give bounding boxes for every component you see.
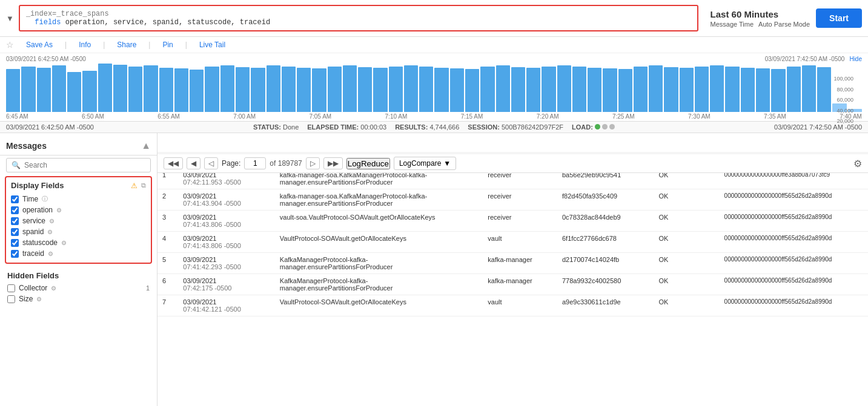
table-row[interactable]: 7 03/09/202107:41:42.121 -0500 VaultProt… [157,295,868,316]
start-button[interactable]: Start [816,8,862,28]
chart-bar[interactable] [113,65,127,112]
field-checkbox-collector[interactable] [7,284,15,292]
chart-bar[interactable] [220,65,234,112]
page-first-button[interactable]: ◀◀ [164,157,183,169]
table-row[interactable]: 4 03/09/202107:41:43.806 -0500 VaultProt… [157,232,868,253]
page-last-button[interactable]: ▶▶ [323,157,343,169]
field-checkbox-size[interactable] [7,295,15,303]
chart-bar[interactable] [389,67,403,112]
logreduuce-button[interactable]: LogReduce [346,158,390,169]
page-prev2-button[interactable]: ◁ [204,157,218,169]
spanid-settings-icon[interactable]: ⚙ [47,229,53,235]
star-icon[interactable]: ☆ [6,40,14,50]
chart-bar[interactable] [618,69,632,112]
chart-bar[interactable] [664,67,678,112]
chart-bar[interactable] [282,67,296,112]
field-checkbox-time[interactable] [11,195,19,203]
query-toggle[interactable]: ▼ [6,14,14,23]
chart-bar[interactable] [98,64,112,112]
chart-bar[interactable] [419,67,433,112]
live-tail-button[interactable]: Live Tail [197,39,228,50]
message-time-label[interactable]: Message Time [711,21,754,28]
chart-bar[interactable] [817,67,831,112]
chart-bar[interactable] [649,65,663,112]
time-info-icon[interactable]: ⓘ [42,195,48,203]
chart-bar[interactable] [542,67,555,112]
field-checkbox-service[interactable] [11,217,19,225]
chart-bar[interactable] [358,67,372,112]
copy-icon[interactable]: ⧉ [141,182,146,190]
chart-bar[interactable] [588,68,601,112]
chart-bar[interactable] [787,67,801,112]
chart-bar[interactable] [756,68,770,112]
query-input[interactable]: _index=_trace_spans fields operation, se… [19,5,698,31]
chart-bar[interactable] [511,67,525,112]
chart-bar[interactable] [603,68,617,112]
logcompare-button[interactable]: LogCompare ▼ [394,157,456,170]
logcompare-dropdown-icon[interactable]: ▼ [443,159,451,168]
chart-bar[interactable] [710,65,724,112]
chart-bar[interactable] [771,69,785,112]
chart-bar[interactable] [373,68,387,112]
chart-bar[interactable] [144,65,157,112]
chart-bar[interactable] [236,67,250,112]
size-settings-icon[interactable]: ⚙ [36,296,42,303]
collapse-icon[interactable]: ▲ [141,140,151,151]
search-box[interactable]: 🔍 [6,158,151,172]
chart-bar[interactable] [802,65,816,112]
chart-bar[interactable] [572,67,586,112]
statuscode-settings-icon[interactable]: ⚙ [61,240,67,246]
parse-mode-label[interactable]: Auto Parse Mode [758,21,810,28]
chart-bar[interactable] [174,68,188,112]
chart-bar[interactable] [52,65,66,112]
chart-bar[interactable] [695,67,709,112]
table-row[interactable]: 2 03/09/202107:41:43.904 -0500 kafka-man… [157,189,868,211]
chart-bar[interactable] [496,65,510,112]
table-row[interactable]: 6 03/09/202107:42:175 -0500 KafkaManager… [157,274,868,295]
table-settings-icon[interactable]: ⚙ [853,158,862,169]
collector-settings-icon[interactable]: ⚙ [51,285,56,292]
service-settings-icon[interactable]: ⚙ [49,218,55,224]
field-checkbox-statuscode[interactable] [11,239,19,247]
field-checkbox-traceid[interactable] [11,250,19,258]
chart-bar[interactable] [557,65,571,112]
chart-bar[interactable] [526,68,540,112]
save-as-button[interactable]: Save As [24,39,55,50]
chart-bar[interactable] [465,69,479,112]
chart-bar[interactable] [297,68,311,112]
search-input[interactable] [24,161,145,169]
chart-bar[interactable] [67,72,81,112]
chart-bar[interactable] [21,67,35,112]
page-prev-button[interactable]: ◀ [187,157,200,169]
chart-bar[interactable] [404,65,418,112]
pin-button[interactable]: Pin [160,39,175,50]
table-row[interactable]: 3 03/09/202107:41:43.806 -0500 vault-soa… [157,211,868,232]
chart-bar[interactable] [82,71,96,112]
chart-bar[interactable] [450,68,464,112]
page-input[interactable] [244,157,266,169]
chart-bar[interactable] [37,68,51,112]
chart-bar[interactable] [480,67,494,112]
chart-bar[interactable] [634,67,648,112]
chart-bar[interactable] [725,67,739,112]
chart-bar[interactable] [205,67,219,112]
chart-bar[interactable] [251,68,265,112]
traceid-settings-icon[interactable]: ⚙ [48,250,53,257]
chart-bar[interactable] [343,65,357,112]
page-next-button[interactable]: ▷ [306,157,320,169]
chart-bar[interactable] [680,68,694,112]
chart-bar[interactable] [159,68,173,112]
info-button[interactable]: Info [76,39,93,50]
chart-hide-button[interactable]: Hide [849,56,862,62]
operation-settings-icon[interactable]: ⚙ [56,207,62,214]
chart-bar[interactable] [190,70,204,112]
chart-bar[interactable] [6,69,20,112]
table-row[interactable]: 5 03/09/202107:41:42.293 -0500 KafkaMana… [157,253,868,274]
chart-bar[interactable] [741,68,755,112]
field-checkbox-operation[interactable] [11,206,19,214]
chart-bar[interactable] [312,68,326,112]
chart-bar[interactable] [328,67,342,112]
field-checkbox-spanid[interactable] [11,228,19,236]
chart-bar[interactable] [267,65,280,112]
chart-bar[interactable] [434,68,448,112]
